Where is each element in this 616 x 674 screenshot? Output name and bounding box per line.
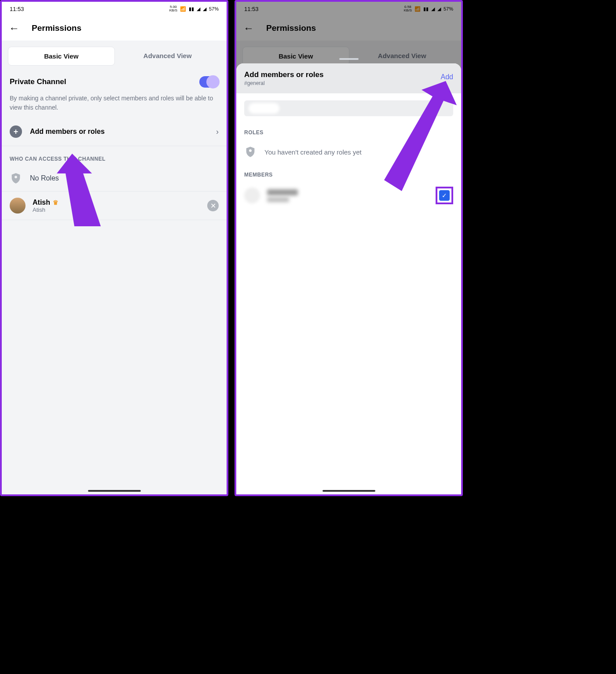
checkbox-highlight: ✓: [436, 187, 453, 204]
tab-advanced-view[interactable]: Advanced View: [115, 47, 221, 66]
screenshot-left: 11:53 5.00KB/S 📶▮▮◢◢ 57% ← Permissions B…: [0, 0, 228, 496]
no-roles-text: No Roles: [30, 174, 59, 182]
chevron-right-icon: ›: [216, 127, 219, 136]
status-bar: 11:53 5.00KB/S 📶▮▮◢◢ 57%: [2, 2, 227, 16]
tab-basic-view[interactable]: Basic View: [8, 47, 115, 66]
add-button[interactable]: Add: [441, 70, 453, 81]
sheet-channel: #general: [244, 80, 323, 86]
private-channel-label: Private Channel: [10, 77, 66, 86]
member-checkbox[interactable]: ✓: [439, 190, 450, 201]
search-input[interactable]: [244, 100, 453, 116]
roles-empty-text: You haven't created any roles yet: [264, 148, 362, 156]
avatar: [10, 198, 26, 214]
who-can-access-label: WHO CAN ACCESS THIS CHANNEL: [2, 146, 227, 166]
home-indicator: [323, 490, 375, 492]
member-subtitle: Atish: [33, 206, 200, 213]
crown-icon: ♛: [53, 199, 59, 206]
avatar: [244, 188, 260, 203]
private-channel-toggle[interactable]: [199, 76, 219, 88]
roles-section-label: ROLES: [236, 123, 461, 138]
status-icons: 5.00KB/S 📶▮▮◢◢ 57%: [169, 5, 219, 12]
page-title: Permissions: [32, 23, 81, 33]
shield-icon: [10, 172, 22, 185]
member-name: Atish ♛: [33, 199, 200, 206]
shield-icon: [244, 145, 257, 158]
member-name-blurred: [267, 189, 298, 195]
status-time: 11:53: [10, 6, 24, 12]
member-sub-blurred: [267, 197, 289, 202]
members-section-label: MEMBERS: [236, 166, 461, 180]
add-members-sheet: Add members or roles #general Add ROLES …: [236, 63, 461, 494]
home-indicator: [88, 490, 141, 492]
search-token: [249, 103, 279, 114]
no-roles-row: No Roles: [2, 166, 227, 192]
roles-empty-row: You haven't created any roles yet: [236, 138, 461, 166]
sheet-title: Add members or roles: [244, 70, 323, 79]
back-arrow-icon[interactable]: ←: [9, 22, 19, 34]
header: ← Permissions: [2, 16, 227, 41]
add-members-label: Add members or roles: [30, 128, 208, 136]
sheet-handle[interactable]: [339, 58, 359, 60]
member-row[interactable]: ✓: [236, 180, 461, 210]
screenshot-right: 11:53 0.58KB/S 📶▮▮◢◢ 57% ← Permissions B…: [235, 0, 463, 496]
private-channel-description: By making a channel private, only select…: [10, 94, 219, 112]
member-row[interactable]: Atish ♛ Atish ✕: [2, 192, 227, 220]
remove-member-button[interactable]: ✕: [207, 200, 219, 211]
plus-circle-icon: +: [10, 125, 22, 138]
add-members-or-roles-row[interactable]: + Add members or roles ›: [2, 118, 227, 146]
